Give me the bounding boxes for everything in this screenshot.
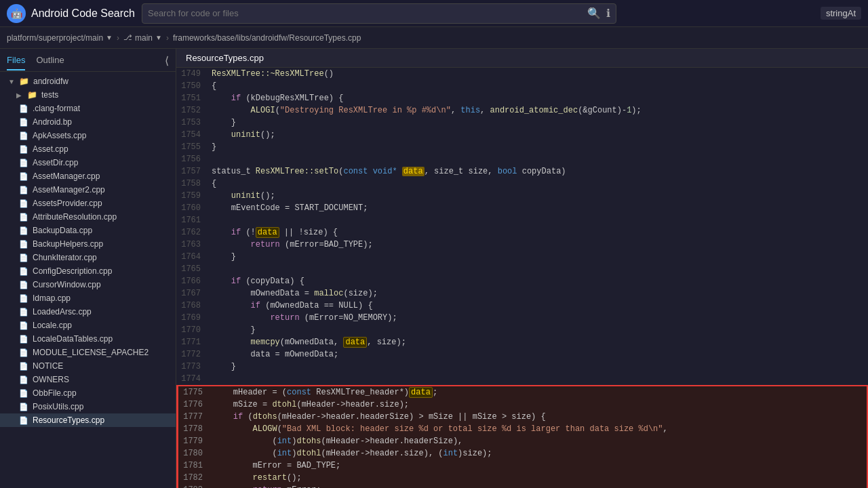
table-row: 1751 if (kDebugResXMLTree) { (176, 92, 868, 104)
list-item[interactable]: 📄 AssetManager.cpp (0, 169, 176, 183)
list-item[interactable]: 📄 Asset.cpp (0, 142, 176, 156)
tree-item-label: AssetManager.cpp (33, 171, 100, 181)
tree-item-label: ResourceTypes.cpp (33, 415, 104, 425)
app-title: Android Code Search (31, 7, 135, 20)
tree-folder-androidfw[interactable]: ▼ 📁 androidfw (0, 75, 176, 88)
table-row: 1753 } (176, 117, 868, 129)
list-item[interactable]: 📄 Android.bp (0, 115, 176, 129)
code-content: if (!data || !size) { (209, 226, 868, 239)
breadcrumb-file[interactable]: frameworks/base/libs/androidfw/ResourceT… (173, 33, 361, 43)
tree-item-label: Android.bp (33, 117, 72, 127)
help-icon[interactable]: ℹ (606, 7, 610, 20)
tab-outline[interactable]: Outline (36, 55, 64, 70)
file-icon: 📄 (19, 389, 28, 398)
file-header: ResourceTypes.cpp (176, 49, 868, 68)
table-row: 1749 ResXMLTree::~ResXMLTree() (176, 68, 868, 80)
code-content: { (209, 80, 868, 92)
table-row: 1763 return (mError=BAD_TYPE); (176, 239, 868, 251)
table-row: 1752 ALOGI("Destroying ResXMLTree in %p … (176, 104, 868, 117)
line-number: 1783 (178, 484, 211, 488)
list-item[interactable]: 📄 AttributeResolution.cpp (0, 210, 176, 224)
line-number: 1780 (178, 447, 211, 460)
list-item[interactable]: 📄 BackupData.cpp (0, 224, 176, 237)
tab-files[interactable]: Files (7, 55, 25, 70)
table-row-highlighted: 1776 mSize = dtohl(mHeader->header.size)… (176, 399, 868, 411)
search-bar[interactable]: 🔍 ℹ (142, 3, 616, 24)
tree-item-label: BackupHelpers.cpp (33, 239, 103, 249)
sidebar-collapse-button[interactable]: ⟨ (165, 54, 169, 71)
code-panel: ResourceTypes.cpp 1749 ResXMLTree::~ResX… (176, 49, 868, 488)
file-icon: 📄 (19, 281, 28, 289)
table-row-highlighted: 1780 (int)dtohl(mHeader->header.size), (… (176, 447, 868, 460)
line-number: 1751 (176, 92, 209, 104)
line-number: 1765 (176, 263, 209, 275)
tree-item-label: tests (41, 90, 58, 100)
list-item[interactable]: 📄 AssetDir.cpp (0, 156, 176, 169)
list-item[interactable]: 📄 ChunkIterator.cpp (0, 251, 176, 264)
table-row: 1774 (176, 373, 868, 385)
list-item[interactable]: 📄 AssetManager2.cpp (0, 183, 176, 197)
file-icon: 📄 (19, 213, 28, 222)
list-item[interactable]: 📄 ConfigDescription.cpp (0, 264, 176, 278)
breadcrumb-sep-1: › (117, 33, 119, 43)
list-item[interactable]: 📄 ApkAssets.cpp (0, 129, 176, 142)
table-row-highlighted: 1781 mError = BAD_TYPE; (176, 460, 868, 472)
tree-item-label: LoadedArsc.cpp (33, 307, 92, 317)
code-content: (int)dtohs(mHeader->header.headerSize), (211, 435, 867, 447)
table-row: 1757 status_t ResXMLTree::setTo(const vo… (176, 165, 868, 178)
tree-item-label: Locale.cpp (33, 321, 72, 330)
list-item[interactable]: 📄 ObbFile.cpp (0, 386, 176, 400)
list-item[interactable]: 📄 .clang-format (0, 102, 176, 115)
list-item[interactable]: 📄 Idmap.cpp (0, 291, 176, 305)
table-row: 1773 } (176, 361, 868, 373)
list-item[interactable]: 📄 LoadedArsc.cpp (0, 305, 176, 319)
line-number: 1774 (176, 373, 209, 385)
code-area[interactable]: 1749 ResXMLTree::~ResXMLTree() 1750 { 17… (176, 68, 868, 488)
list-item[interactable]: 📄 PosixUtils.cpp (0, 400, 176, 413)
file-icon: 📄 (19, 375, 28, 384)
line-number: 1760 (176, 202, 209, 214)
list-item-active[interactable]: 📄 ResourceTypes.cpp (0, 413, 176, 427)
line-number: 1750 (176, 80, 209, 92)
file-icon: 📄 (19, 308, 28, 317)
breadcrumb: platform/superproject/main ▼ › ⎇ main ▼ … (0, 27, 868, 49)
search-input[interactable] (148, 8, 587, 18)
code-content: return (mError=BAD_TYPE); (209, 239, 868, 251)
list-item[interactable]: 📄 OWNERS (0, 373, 176, 386)
code-content: return (mError=NO_MEMORY); (209, 312, 868, 324)
tree-folder-tests[interactable]: ▶ 📁 tests (0, 88, 176, 102)
table-row: 1764 } (176, 251, 868, 263)
search-icon[interactable]: 🔍 (587, 7, 601, 20)
file-icon: 📄 (19, 335, 28, 344)
table-row: 1762 if (!data || !size) { (176, 226, 868, 239)
code-content: } (209, 361, 868, 373)
sidebar-tabs: Files Outline ⟨ (0, 49, 176, 72)
code-content (209, 214, 868, 226)
line-number: 1767 (176, 287, 209, 300)
table-row-highlighted: 1777 if (dtohs(mHeader->header.headerSiz… (176, 411, 868, 423)
file-icon: 📄 (19, 131, 28, 140)
breadcrumb-platform[interactable]: platform/superproject/main ▼ (7, 33, 113, 43)
list-item[interactable]: 📄 CursorWindow.cpp (0, 278, 176, 291)
tree-item-label: NOTICE (33, 361, 63, 371)
code-content: mError = BAD_TYPE; (211, 460, 867, 472)
table-row: 1759 uninit(); (176, 190, 868, 202)
list-item[interactable]: 📄 NOTICE (0, 359, 176, 373)
code-content: data = mOwnedData; (209, 348, 868, 361)
line-number: 1773 (176, 361, 209, 373)
table-row-highlighted: 1779 (int)dtohs(mHeader->header.headerSi… (176, 435, 868, 447)
line-number: 1753 (176, 117, 209, 129)
file-icon: 📄 (19, 267, 28, 276)
line-number: 1777 (178, 411, 211, 423)
code-content: restart(); (211, 472, 867, 484)
list-item[interactable]: 📄 BackupHelpers.cpp (0, 237, 176, 251)
list-item[interactable]: 📄 MODULE_LICENSE_APACHE2 (0, 346, 176, 359)
list-item[interactable]: 📄 LocaleDataTables.cpp (0, 332, 176, 346)
tree-item-label: AssetsProvider.cpp (33, 199, 102, 208)
list-item[interactable]: 📄 AssetsProvider.cpp (0, 197, 176, 210)
list-item[interactable]: 📄 Locale.cpp (0, 319, 176, 332)
breadcrumb-branch[interactable]: ⎇ main ▼ (123, 33, 162, 43)
tree-item-label: ChunkIterator.cpp (33, 253, 97, 262)
code-content: } (209, 324, 868, 336)
expand-icon: ▼ (8, 78, 15, 85)
